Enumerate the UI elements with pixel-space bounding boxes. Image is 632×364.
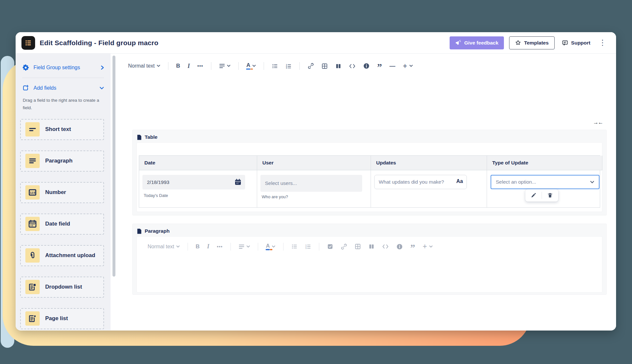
paragraph-panel-title: Paragraph: [145, 228, 170, 234]
add-fields-icon: [22, 84, 29, 92]
more-formatting-button[interactable]: •••: [214, 242, 225, 251]
table-button[interactable]: [352, 241, 363, 252]
table-button[interactable]: [319, 61, 330, 71]
bold-button[interactable]: B: [193, 241, 202, 252]
user-select-input[interactable]: [260, 175, 362, 192]
user-helper-text: Who are you?: [260, 194, 367, 199]
delete-field-button[interactable]: [545, 192, 555, 199]
toolbar-separator: [188, 243, 188, 251]
paragraph-toolbar: Normal text B I •••: [145, 241, 602, 252]
info-panel-button[interactable]: [361, 61, 372, 71]
align-button[interactable]: [217, 61, 233, 71]
window-header: Edit Scaffolding - Field group macro Giv…: [16, 32, 616, 54]
info-panel-button[interactable]: [394, 241, 405, 252]
field-card-date[interactable]: Date field: [20, 214, 104, 235]
code-button[interactable]: [346, 61, 358, 71]
numbered-list-button[interactable]: 1 2 3: [283, 61, 294, 71]
toolbar-separator: [283, 243, 283, 251]
chevron-down-icon: [429, 245, 433, 248]
italic-button[interactable]: I: [204, 241, 212, 252]
sidebar-scrollbar-thumb[interactable]: [112, 56, 115, 277]
field-card-short-text[interactable]: Short text: [20, 119, 104, 140]
bullet-list-button[interactable]: [289, 241, 300, 252]
quote-button[interactable]: ”: [408, 242, 418, 252]
bullet-list-icon: [291, 243, 297, 250]
field-card-paragraph[interactable]: Paragraph: [20, 150, 104, 172]
add-fields-label: Add fields: [33, 85, 95, 91]
collapse-panel-icon[interactable]: →←: [593, 119, 603, 126]
short-text-icon: [25, 122, 40, 136]
updates-input-wrap: Aa: [374, 175, 467, 189]
plus-icon: +: [403, 62, 407, 70]
templates-button[interactable]: Templates: [509, 36, 555, 49]
link-button[interactable]: [305, 61, 317, 71]
numbered-list-icon: 1 2 3: [285, 63, 292, 69]
page-title: Edit Scaffolding - Field group macro: [40, 39, 158, 47]
paragraph-icon: [25, 154, 40, 168]
paragraph-card[interactable]: Normal text B I •••: [137, 236, 602, 292]
chevron-down-icon: [157, 65, 160, 67]
more-formatting-button[interactable]: •••: [195, 61, 206, 71]
table-cell-updates: Aa: [371, 170, 487, 207]
insert-more-button[interactable]: +: [400, 60, 415, 72]
field-card-page-list[interactable]: Page list: [20, 308, 104, 329]
trash-icon: [547, 192, 553, 198]
task-list-button[interactable]: [324, 241, 336, 252]
column-header-type: Type of Update: [487, 156, 602, 170]
add-fields-toggle[interactable]: Add fields: [16, 81, 111, 95]
insert-more-button[interactable]: +: [420, 241, 435, 252]
editor-toolbar: Normal text B I ••• A: [119, 54, 616, 78]
chevron-right-icon: [101, 65, 104, 70]
date-input[interactable]: [142, 175, 245, 189]
italic-button[interactable]: I: [185, 61, 192, 72]
table-panel-title: Table: [145, 134, 157, 140]
attachment-upload-icon: [25, 248, 40, 263]
updates-input[interactable]: [374, 175, 467, 189]
code-button[interactable]: [379, 242, 391, 251]
chevron-down-icon: [409, 65, 413, 67]
numbered-list-button[interactable]: 1 2 3: [302, 241, 314, 252]
sidebar-divider: [22, 78, 104, 78]
chevron-down-icon: [252, 65, 256, 67]
field-card-attachment[interactable]: Attachment upload: [20, 245, 104, 266]
star-icon: [515, 40, 521, 46]
align-left-icon: [239, 244, 244, 249]
pencil-icon: [531, 192, 536, 198]
toolbar-separator: [258, 243, 258, 251]
layouts-button[interactable]: [333, 61, 344, 71]
link-button[interactable]: [338, 241, 350, 252]
text-style-dropdown[interactable]: Normal text: [125, 61, 163, 71]
chevron-down-icon: [176, 245, 180, 248]
sidebar-hint-text: Drag a field to the right area to create…: [16, 95, 111, 112]
text-color-button[interactable]: A: [263, 241, 278, 252]
field-card-number[interactable]: 123 Number: [20, 182, 104, 203]
dropdown-list-icon: [25, 280, 40, 294]
bullet-list-icon: [272, 63, 278, 69]
table-icon: [355, 243, 361, 250]
type-select[interactable]: Select an option...: [491, 175, 599, 189]
divider-button[interactable]: —: [387, 61, 398, 72]
text-color-button[interactable]: A: [244, 60, 258, 72]
megaphone-icon: [455, 40, 461, 46]
chevron-down-icon: [272, 245, 275, 248]
support-button[interactable]: Support: [560, 36, 592, 49]
text-style-dropdown[interactable]: Normal text: [145, 242, 182, 252]
number-icon: 123: [25, 185, 40, 200]
edit-field-button[interactable]: [529, 192, 538, 199]
bullet-list-button[interactable]: [269, 61, 281, 71]
text-style-label: Normal text: [148, 244, 174, 250]
document-icon: [137, 135, 142, 140]
field-card-dropdown[interactable]: Dropdown list: [20, 277, 104, 298]
quote-button[interactable]: ”: [375, 61, 385, 71]
code-icon: [382, 244, 389, 249]
give-feedback-button[interactable]: Give feedback: [450, 36, 504, 49]
paragraph-macro-panel: Paragraph Normal text B I •••: [132, 224, 607, 295]
field-group-settings-link[interactable]: Field Group settings: [16, 61, 111, 74]
editor-content: Normal text B I ••• A: [119, 54, 616, 330]
align-button[interactable]: [236, 242, 253, 251]
bold-button[interactable]: B: [174, 61, 183, 71]
document-icon: [137, 228, 142, 234]
field-actions-popup: [525, 189, 558, 202]
more-menu-button[interactable]: ⋮: [598, 39, 608, 46]
layouts-button[interactable]: [366, 241, 377, 252]
